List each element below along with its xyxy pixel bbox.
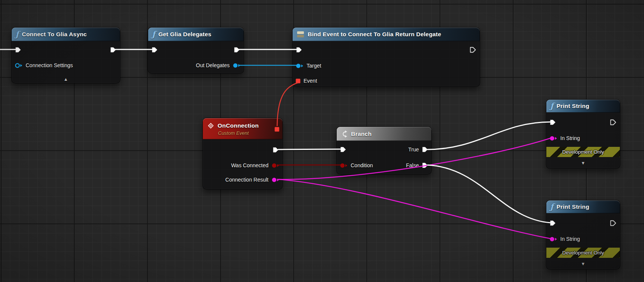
object-pin[interactable] bbox=[15, 63, 23, 68]
development-only-banner: Development Only bbox=[546, 147, 620, 157]
branch-icon bbox=[340, 130, 348, 138]
node-connect-to-glia-async[interactable]: ƒ Connect To Glia Async Connection Setti… bbox=[11, 27, 120, 83]
node-header[interactable]: ƒ Print String bbox=[546, 100, 620, 112]
wire-string-result-to-print-bottom[interactable] bbox=[278, 179, 550, 239]
string-pin[interactable] bbox=[549, 136, 557, 141]
pin-label: Event bbox=[304, 78, 317, 84]
node-title: Bind Event to Connect To Glia Return Del… bbox=[308, 31, 441, 38]
exec-in-pin[interactable] bbox=[296, 47, 302, 53]
wire-exec-onconnection-to-branch[interactable] bbox=[278, 149, 341, 149]
node-print-string-top[interactable]: ƒ Print String In String Development Onl… bbox=[546, 99, 620, 169]
exec-out-pin[interactable] bbox=[110, 47, 117, 53]
pin-label: Connection Settings bbox=[26, 62, 73, 68]
delegate-pin[interactable] bbox=[296, 79, 301, 83]
node-title: Print String bbox=[557, 103, 589, 109]
pin-label: Out Delegates bbox=[196, 62, 230, 68]
exec-out-pin[interactable] bbox=[470, 47, 476, 53]
node-title: Connect To Glia Async bbox=[22, 31, 87, 38]
pin-label: In String bbox=[560, 236, 580, 242]
node-header[interactable]: Bind Event to Connect To Glia Return Del… bbox=[293, 28, 480, 41]
advanced-pins-toggle[interactable]: ▼ bbox=[546, 262, 620, 266]
node-header[interactable]: OnConnection Custom Event bbox=[203, 118, 282, 139]
node-header[interactable]: ƒ Get Glia Delegates bbox=[148, 28, 244, 41]
node-print-string-bottom[interactable]: ƒ Print String In String Development Onl… bbox=[546, 200, 620, 270]
node-title: Get Glia Delegates bbox=[158, 31, 212, 38]
bool-pin[interactable] bbox=[340, 163, 348, 168]
pin-label: Was Connected bbox=[231, 162, 268, 168]
pin-label: True bbox=[408, 146, 419, 153]
pin-label: False bbox=[406, 162, 419, 168]
exec-in-pin[interactable] bbox=[550, 220, 556, 226]
exec-in-pin[interactable] bbox=[15, 47, 21, 53]
node-bind-event-to-delegate[interactable]: Bind Event to Connect To Glia Return Del… bbox=[292, 27, 480, 87]
node-title: Branch bbox=[351, 131, 372, 137]
advanced-pins-toggle[interactable]: ▼ bbox=[546, 161, 620, 165]
function-icon: ƒ bbox=[152, 30, 155, 38]
exec-in-pin[interactable] bbox=[152, 47, 158, 53]
object-pin[interactable] bbox=[233, 63, 241, 68]
pin-label: Connection Result bbox=[225, 177, 268, 183]
pin-label: Condition bbox=[351, 162, 373, 168]
node-on-connection-custom-event[interactable]: OnConnection Custom Event Was Connected … bbox=[202, 118, 283, 190]
wire-exec-false-to-print-bottom[interactable] bbox=[427, 165, 550, 223]
node-header[interactable]: ƒ Print String bbox=[546, 200, 620, 213]
bind-event-icon bbox=[296, 31, 305, 38]
development-only-banner: Development Only bbox=[546, 248, 620, 258]
function-icon: ƒ bbox=[15, 30, 19, 38]
pin-label: Target bbox=[307, 63, 321, 69]
delegate-out-pin[interactable] bbox=[274, 127, 279, 132]
exec-in-pin[interactable] bbox=[550, 119, 556, 125]
node-title: Print String bbox=[557, 203, 589, 210]
function-icon: ƒ bbox=[550, 102, 554, 110]
bool-pin[interactable] bbox=[271, 163, 279, 168]
string-pin[interactable] bbox=[271, 177, 279, 183]
custom-event-icon bbox=[207, 122, 215, 130]
exec-out-pin[interactable] bbox=[273, 147, 279, 153]
exec-out-pin[interactable] bbox=[610, 220, 616, 226]
node-branch[interactable]: Branch True Condition False bbox=[336, 126, 432, 174]
exec-out-false-pin[interactable] bbox=[422, 162, 428, 168]
wire-exec-true-to-print-top[interactable] bbox=[427, 122, 550, 149]
pin-label: In String bbox=[560, 135, 580, 141]
advanced-pins-toggle[interactable]: ▲ bbox=[12, 77, 120, 82]
exec-in-pin[interactable] bbox=[340, 146, 347, 153]
node-subtitle: Custom Event bbox=[218, 130, 249, 136]
exec-out-pin[interactable] bbox=[610, 119, 616, 125]
node-get-glia-delegates[interactable]: ƒ Get Glia Delegates Out Delegates bbox=[148, 27, 244, 74]
blueprint-graph-canvas[interactable]: ƒ Connect To Glia Async Connection Setti… bbox=[0, 0, 644, 282]
node-header[interactable]: ƒ Connect To Glia Async bbox=[12, 28, 120, 41]
function-icon: ƒ bbox=[550, 203, 554, 211]
exec-out-pin[interactable] bbox=[234, 47, 240, 53]
node-header[interactable]: Branch bbox=[337, 127, 431, 141]
string-pin[interactable] bbox=[549, 236, 557, 242]
exec-out-true-pin[interactable] bbox=[422, 146, 428, 153]
node-title: OnConnection bbox=[218, 122, 259, 129]
object-pin[interactable] bbox=[296, 63, 304, 69]
